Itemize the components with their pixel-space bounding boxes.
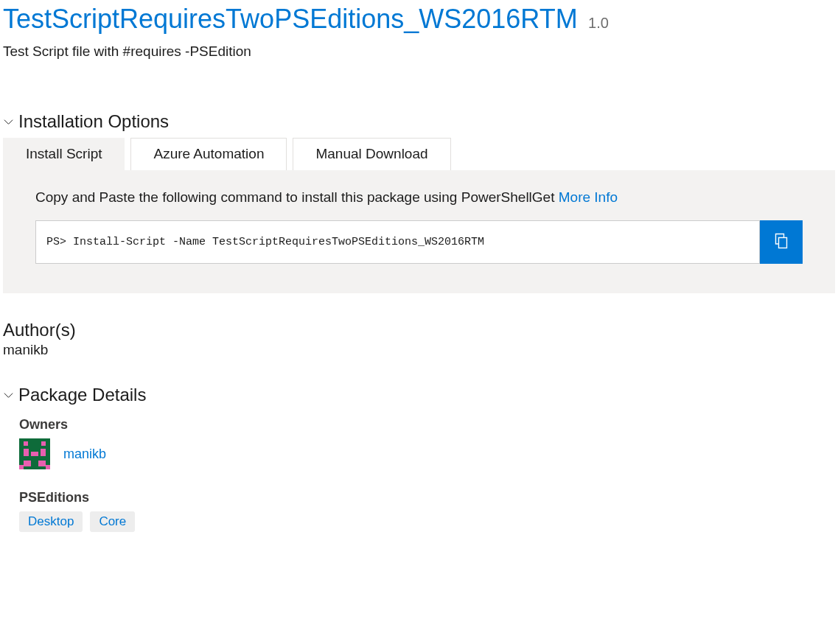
installation-options-label: Installation Options [18, 111, 169, 132]
package-title-link[interactable]: TestScriptRequiresTwoPSEditions_WS2016RT… [3, 4, 578, 34]
svg-rect-0 [779, 238, 787, 248]
svg-rect-8 [31, 461, 38, 466]
copy-button[interactable] [760, 220, 803, 264]
tab-azure-automation[interactable]: Azure Automation [130, 138, 287, 170]
pseditions-heading: PSEditions [19, 490, 835, 505]
install-instructions: Copy and Paste the following command to … [35, 189, 803, 206]
chevron-down-icon [3, 390, 14, 401]
install-command-row: PS> Install-Script -Name TestScriptRequi… [35, 220, 803, 264]
svg-rect-10 [46, 465, 50, 469]
pseditions-tags: Desktop Core [19, 511, 835, 532]
svg-rect-4 [24, 449, 29, 456]
install-instructions-text: Copy and Paste the following command to … [35, 189, 559, 205]
tab-manual-download[interactable]: Manual Download [293, 138, 450, 170]
svg-rect-3 [28, 441, 41, 446]
psedition-tag-core[interactable]: Core [90, 511, 135, 532]
svg-rect-5 [41, 449, 46, 456]
authors-heading: Author(s) [3, 320, 835, 340]
package-details-section: Package Details Owners manikb [3, 385, 835, 532]
install-tab-panel: Copy and Paste the following command to … [3, 170, 835, 293]
svg-rect-9 [19, 465, 24, 469]
authors-value: manikb [3, 342, 835, 358]
tab-install-script[interactable]: Install Script [3, 138, 125, 170]
owner-row: manikb [19, 438, 835, 469]
install-tabs: Install Script Azure Automation Manual D… [3, 138, 835, 170]
package-title-row: TestScriptRequiresTwoPSEditions_WS2016RT… [3, 3, 835, 35]
installation-options-header[interactable]: Installation Options [3, 111, 835, 132]
chevron-down-icon [3, 116, 14, 127]
package-description: Test Script file with #requires -PSEditi… [3, 43, 835, 60]
install-command-box[interactable]: PS> Install-Script -Name TestScriptRequi… [35, 220, 760, 264]
owner-link[interactable]: manikb [63, 447, 106, 462]
authors-section: Author(s) manikb [3, 320, 835, 358]
more-info-link[interactable]: More Info [559, 189, 618, 205]
svg-rect-6 [31, 452, 38, 456]
package-details-label: Package Details [18, 385, 146, 405]
avatar[interactable] [19, 438, 50, 469]
package-version: 1.0 [588, 15, 609, 31]
owners-heading: Owners [19, 417, 835, 433]
package-details-header[interactable]: Package Details [3, 385, 835, 405]
copy-icon [774, 233, 789, 251]
psedition-tag-desktop[interactable]: Desktop [19, 511, 83, 532]
